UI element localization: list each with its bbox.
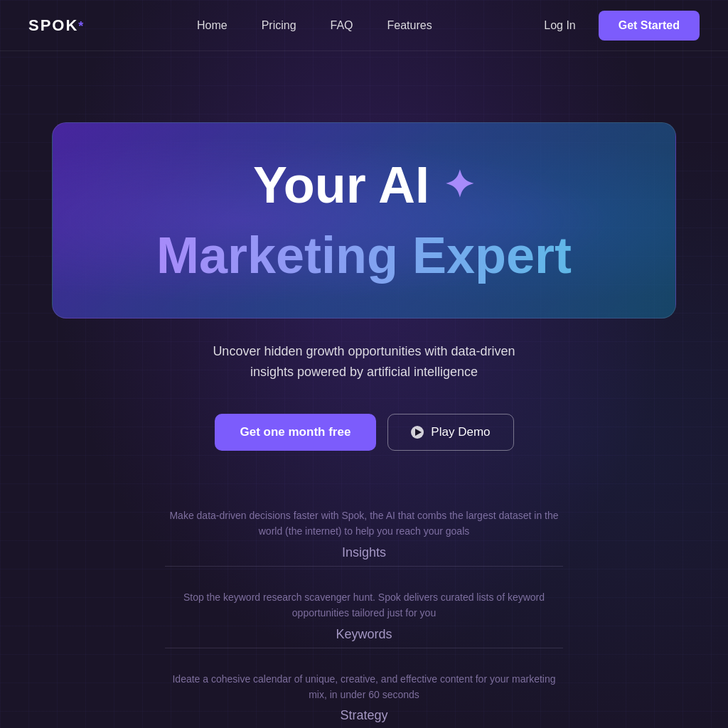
get-started-button[interactable]: Get Started <box>599 11 700 41</box>
feature-desc-0: Make data-driven decisions faster with S… <box>165 508 563 540</box>
nav-links: Home Pricing FAQ Features <box>197 19 432 32</box>
hero-title-part2: Marketing Expert <box>156 228 572 284</box>
logo-asterisk: * <box>78 19 85 33</box>
nav-right: Log In Get Started <box>544 11 700 41</box>
main-content: Your AI ✦ Marketing Expert Uncover hidde… <box>0 51 728 728</box>
play-icon <box>411 426 424 439</box>
nav-pricing[interactable]: Pricing <box>262 19 296 32</box>
feature-desc-1: Stop the keyword research scavenger hunt… <box>165 589 563 621</box>
feature-label-2: Strategy <box>165 708 563 728</box>
sparkle-icon: ✦ <box>444 165 475 205</box>
navbar: SPOK* Home Pricing FAQ Features Log In G… <box>0 0 728 51</box>
feature-label-0: Insights <box>165 545 563 567</box>
play-demo-button[interactable]: Play Demo <box>387 414 513 451</box>
hero-banner: Your AI ✦ Marketing Expert <box>52 122 676 318</box>
cta-row: Get one month free Play Demo <box>215 414 514 451</box>
nav-features[interactable]: Features <box>387 19 432 32</box>
hero-title: Your AI ✦ Marketing Expert <box>95 157 633 284</box>
get-free-button[interactable]: Get one month free <box>215 414 377 451</box>
login-link[interactable]: Log In <box>544 19 575 32</box>
nav-home[interactable]: Home <box>197 19 228 32</box>
hero-subtitle: Uncover hidden growth opportunities with… <box>213 341 515 382</box>
hero-title-part1: Your AI <box>253 157 429 213</box>
nav-faq[interactable]: FAQ <box>331 19 353 32</box>
feature-label-1: Keywords <box>165 627 563 648</box>
logo-text: SPOK* <box>28 16 85 35</box>
feature-desc-2: Ideate a cohesive calendar of unique, cr… <box>165 671 563 703</box>
logo[interactable]: SPOK* <box>28 16 85 35</box>
play-demo-label: Play Demo <box>431 425 490 439</box>
features-section: Make data-driven decisions faster with S… <box>165 508 563 728</box>
